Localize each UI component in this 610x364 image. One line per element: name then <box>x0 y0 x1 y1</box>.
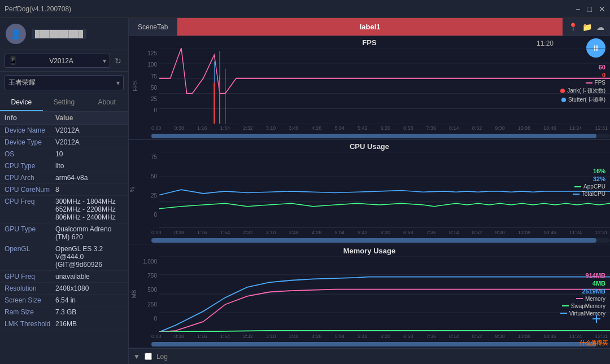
fps-y-axis-label: FPS <box>132 80 138 91</box>
table-row: Resolution2408x1080 <box>0 283 128 295</box>
stutter-dot-icon <box>561 98 566 102</box>
fps-canvas: 60 0 FPS Jank(卡顿次数) <box>159 48 610 124</box>
table-row: OpenGLOpenGL ES 3.2 V@444.0 (GIT@9d60926 <box>0 243 128 271</box>
info-cell: GPU Freq <box>5 273 55 280</box>
folder-icon[interactable]: 📁 <box>582 23 592 32</box>
memory-value: 914MB <box>586 272 605 279</box>
label1-tab: label1 <box>177 18 563 36</box>
log-checkbox[interactable] <box>145 353 152 360</box>
fps-scrollbar[interactable] <box>151 134 610 138</box>
table-row: GPU TypeQualcomm Adreno (TM) 620 <box>0 223 128 243</box>
info-cell: Screen Size <box>5 296 55 304</box>
info-cell: OS <box>5 150 55 158</box>
fps-value-60: 60 <box>599 64 605 71</box>
tab-device[interactable]: Device <box>0 94 43 111</box>
info-cell: CPU Arch <box>5 174 55 182</box>
fps-scrollbar-thumb[interactable] <box>151 134 596 138</box>
fps-y-axis: 125 100 75 50 25 0 <box>137 48 159 124</box>
table-row: OS10 <box>0 148 128 160</box>
table-row: CPU Freq300MHz - 1804MHz 652MHz - 2208MH… <box>0 196 128 223</box>
info-table: Info Value Device NameV2012ADevice TypeV… <box>0 112 128 364</box>
memory-y-axis-label: MB <box>131 290 137 298</box>
memory-canvas: 914MB 4MB 2519MB Memory SwapMemory <box>159 256 610 332</box>
right-panel: SceneTab label1 📍 📁 ☁ FPS 11:20 ⏸ FPS <box>129 18 610 364</box>
value-cell: 6.54 in <box>55 296 76 304</box>
cpu-chart-body: % 75 50 25 0 <box>129 152 610 227</box>
main-layout: 👤 ██████████ 📱 V2012A ▾ ↻ 王者荣耀 ▾ Device … <box>0 18 610 364</box>
game-chevron-icon: ▾ <box>116 79 120 87</box>
info-cell: Resolution <box>5 284 55 292</box>
watermark: 什么值得买 <box>580 339 608 347</box>
value-cell: V2012A <box>55 138 80 146</box>
value-cell: lito <box>55 162 64 170</box>
chevron-down-icon: ▾ <box>103 57 106 65</box>
username: ██████████ <box>32 29 86 39</box>
cpu-total-value: 32% <box>593 176 605 182</box>
game-selector[interactable]: 王者荣耀 ▾ <box>5 75 124 90</box>
swap-line-icon <box>562 305 569 306</box>
cpu-chart-section: CPU Usage % 75 50 25 0 <box>129 140 610 244</box>
table-row: LMK Threshold216MB <box>0 318 128 330</box>
tab-setting[interactable]: Setting <box>43 94 86 111</box>
value-cell: 2408x1080 <box>55 284 89 292</box>
header-icons: 📍 📁 ☁ <box>563 18 610 36</box>
cpu-legend-app: AppCPU <box>574 183 605 190</box>
info-cell: LMK Threshold <box>5 320 55 328</box>
value-cell: 300MHz - 1804MHz 652MHz - 2208MHz 806MHz… <box>55 198 124 221</box>
fps-chart-section: FPS 11:20 ⏸ FPS 125 100 75 50 25 0 <box>129 36 610 140</box>
memory-chart-section: Memory Usage MB 1,000 750 500 250 0 <box>129 244 610 348</box>
table-row: Screen Size6.54 in <box>0 295 128 306</box>
info-cell: CPU Freq <box>5 198 55 205</box>
value-cell: 8 <box>55 186 59 194</box>
virtual-line-icon <box>560 313 567 314</box>
col-info-header: Info <box>5 114 55 122</box>
app-cpu-line-icon <box>574 186 581 187</box>
cpu-app-value: 16% <box>593 168 605 174</box>
minimize-button[interactable]: − <box>576 5 580 14</box>
fps-x-axis: 0:000:381:161:542:323:103:484:265:045:42… <box>151 124 610 133</box>
fps-legend-stutter: Stutter(卡顿率) <box>561 96 605 104</box>
cpu-scrollbar-thumb[interactable] <box>151 238 596 243</box>
add-chart-button[interactable]: + <box>592 310 601 328</box>
fps-legend-fps: FPS <box>586 80 605 86</box>
fps-value-0: 0 <box>602 72 605 78</box>
info-cell: Device Type <box>5 138 55 146</box>
memory-scrollbar-thumb[interactable] <box>151 342 596 347</box>
info-table-header: Info Value <box>0 112 128 125</box>
info-cell: CPU CoreNum <box>5 186 55 194</box>
log-expand-icon[interactable]: ▼ <box>133 353 140 361</box>
table-row: CPU Archarm64-v8a <box>0 172 128 184</box>
memory-scrollbar[interactable] <box>151 342 610 347</box>
table-row: CPU CoreNum8 <box>0 184 128 196</box>
fps-legend: 60 0 FPS Jank(卡顿次数) <box>560 64 605 104</box>
time-display: 11:20 <box>537 40 554 47</box>
memory-chart-body: MB 1,000 750 500 250 0 <box>129 256 610 332</box>
scene-tab-label: SceneTab <box>138 23 168 31</box>
fps-legend-jank: Jank(卡顿次数) <box>560 87 605 95</box>
device-selector[interactable]: 📱 V2012A ▾ <box>5 54 110 68</box>
memory-line-icon <box>576 298 583 299</box>
value-cell: V2012A <box>55 126 80 134</box>
info-cell: Ram Size <box>5 308 55 316</box>
location-icon[interactable]: 📍 <box>568 23 578 32</box>
refresh-button[interactable]: ↻ <box>112 55 124 67</box>
table-row: Device TypeV2012A <box>0 137 128 148</box>
scene-header: SceneTab label1 📍 📁 ☁ <box>129 18 610 36</box>
close-button[interactable]: ✕ <box>599 5 605 14</box>
info-cell: GPU Type <box>5 225 55 233</box>
value-cell: unavailable <box>55 273 90 280</box>
cloud-icon[interactable]: ☁ <box>596 23 604 32</box>
value-cell: arm64-v8a <box>55 174 88 182</box>
memory-legend-swap: SwapMemory <box>562 303 605 309</box>
fps-line-icon <box>586 82 592 84</box>
avatar: 👤 <box>6 24 26 44</box>
cpu-scrollbar[interactable] <box>151 238 610 243</box>
fps-chart-body: FPS 125 100 75 50 25 0 <box>129 48 610 124</box>
info-cell: CPU Type <box>5 162 55 170</box>
scene-tab[interactable]: SceneTab <box>129 18 177 36</box>
cpu-svg <box>159 152 610 227</box>
tab-about[interactable]: About <box>85 94 128 111</box>
cpu-chart-title: CPU Usage <box>129 140 610 152</box>
value-cell: OpenGL ES 3.2 V@444.0 (GIT@9d60926 <box>55 245 124 269</box>
maximize-button[interactable]: □ <box>587 5 592 14</box>
